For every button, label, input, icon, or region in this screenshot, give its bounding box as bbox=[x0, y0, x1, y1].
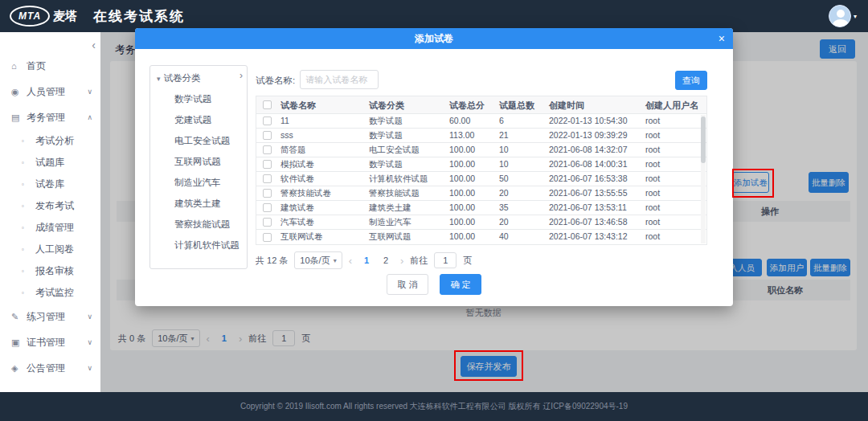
close-icon[interactable]: × bbox=[719, 28, 725, 49]
tree-item[interactable]: 互联网试题 bbox=[150, 151, 247, 172]
cell-name: 软件试卷 bbox=[277, 172, 366, 186]
row-checkbox[interactable] bbox=[263, 174, 272, 183]
prev-page-icon[interactable]: ‹ bbox=[349, 255, 352, 267]
tree-item[interactable]: 计算机软件试题 bbox=[150, 235, 247, 255]
sidebar-item-exam-admin[interactable]: ▤考务管理∧ bbox=[0, 104, 100, 130]
paper-name-input[interactable] bbox=[300, 70, 379, 89]
brand-logo[interactable]: MTA 麦塔 bbox=[10, 6, 77, 27]
cancel-button[interactable]: 取 消 bbox=[387, 274, 428, 295]
home-icon: ⌂ bbox=[11, 61, 23, 71]
page-button-2[interactable]: 2 bbox=[378, 252, 394, 268]
menu-label: 证书管理 bbox=[27, 336, 65, 349]
sidebar-item-personnel[interactable]: ◉人员管理∨ bbox=[0, 79, 100, 104]
paper-bank-icon: ▫ bbox=[22, 181, 32, 188]
menu-label: 考务管理 bbox=[27, 111, 65, 125]
tree-collapse-handle-icon[interactable]: › bbox=[240, 70, 243, 81]
cell-creator: root bbox=[642, 172, 706, 186]
menu-label: 人员管理 bbox=[27, 85, 65, 99]
sidebar-item-score-mgmt[interactable]: ▫成绩管理 bbox=[0, 217, 100, 239]
cell-count: 6 bbox=[496, 114, 546, 128]
chevron-down-icon: ▾ bbox=[854, 13, 857, 20]
row-checkbox[interactable] bbox=[263, 160, 272, 169]
category-tree-list: 数学试题党建试题电工安全试题互联网试题制造业汽车建筑类土建警察技能试题计算机软件… bbox=[150, 88, 247, 255]
cell-name: 建筑试卷 bbox=[277, 201, 366, 215]
checkbox-cell bbox=[256, 186, 277, 200]
cell-count: 21 bbox=[496, 129, 546, 142]
sidebar-item-exam-monitor[interactable]: ▫考试监控 bbox=[0, 282, 100, 304]
manual-marking-icon: ▫ bbox=[22, 246, 32, 253]
sidebar-item-certificate[interactable]: ▣证书管理∨ bbox=[0, 329, 100, 355]
menu-label: 试卷库 bbox=[35, 178, 64, 191]
exam-monitor-icon: ▫ bbox=[22, 289, 32, 296]
sidebar-item-question-bank[interactable]: ▫试题库 bbox=[0, 152, 100, 174]
cell-category: 警察技能试题 bbox=[366, 186, 446, 200]
table-row: 建筑试卷建筑类土建100.00352021-06-07 13:53:11root bbox=[256, 201, 706, 215]
sidebar-item-paper-bank[interactable]: ▫试卷库 bbox=[0, 174, 100, 195]
checkbox-cell bbox=[256, 114, 277, 128]
row-checkbox[interactable] bbox=[263, 233, 272, 242]
sidebar-item-announcement[interactable]: ◈公告管理∨ bbox=[0, 355, 100, 381]
table-scrollbar[interactable] bbox=[701, 115, 706, 243]
logo-cn-text: 麦塔 bbox=[53, 9, 77, 24]
category-tree-root[interactable]: ▾ 试卷分类 bbox=[150, 66, 247, 88]
tree-item[interactable]: 建筑类土建 bbox=[150, 193, 247, 214]
scrollbar-thumb[interactable] bbox=[701, 116, 706, 163]
cell-name: 11 bbox=[277, 114, 366, 128]
next-page-icon[interactable]: › bbox=[400, 255, 403, 267]
cell-score: 100.00 bbox=[446, 201, 496, 215]
sidebar-item-home[interactable]: ⌂首页 bbox=[0, 53, 100, 79]
sidebar-item-practice[interactable]: ✎练习管理∨ bbox=[0, 304, 100, 329]
cell-score: 113.00 bbox=[446, 129, 496, 142]
user-avatar[interactable]: ▾ bbox=[829, 5, 857, 27]
row-checkbox[interactable] bbox=[263, 116, 272, 125]
cell-score: 60.00 bbox=[446, 114, 496, 128]
cell-score: 100.00 bbox=[446, 215, 496, 229]
tree-item[interactable]: 电工安全试题 bbox=[150, 130, 247, 151]
certificate-icon: ▣ bbox=[11, 337, 23, 348]
cell-category: 电工安全试题 bbox=[366, 143, 446, 157]
cell-name: 汽车试卷 bbox=[277, 215, 366, 229]
page-suffix: 页 bbox=[463, 255, 472, 267]
column-header: 试卷名称 bbox=[277, 96, 366, 113]
chevron-down-icon: ∨ bbox=[87, 88, 92, 96]
sidebar-collapse-icon[interactable]: ‹ bbox=[92, 39, 96, 51]
cell-count: 10 bbox=[496, 157, 546, 171]
cell-score: 100.00 bbox=[446, 186, 496, 200]
cell-created: 2021-06-07 13:53:11 bbox=[546, 201, 642, 215]
cell-count: 50 bbox=[496, 172, 546, 186]
footer-bar: Copyright © 2019 Ilisoft.com All rights … bbox=[0, 392, 868, 421]
sidebar-item-manual-marking[interactable]: ▫人工阅卷 bbox=[0, 239, 100, 260]
cell-score: 100.00 bbox=[446, 172, 496, 186]
tree-item[interactable]: 数学试题 bbox=[150, 88, 247, 109]
row-checkbox[interactable] bbox=[263, 189, 272, 198]
tree-item[interactable]: 党建试题 bbox=[150, 109, 247, 130]
announcement-icon: ◈ bbox=[11, 363, 23, 374]
checkbox-cell bbox=[256, 201, 277, 215]
cell-creator: root bbox=[642, 114, 706, 128]
row-checkbox[interactable] bbox=[263, 131, 272, 140]
cell-created: 2021-06-07 13:43:12 bbox=[546, 230, 642, 244]
modal-footer: 取 消 确 定 bbox=[135, 274, 733, 295]
cell-score: 100.00 bbox=[446, 143, 496, 157]
cell-count: 35 bbox=[496, 201, 546, 215]
tree-item[interactable]: 警察技能试题 bbox=[150, 214, 247, 235]
sidebar-item-publish-exam[interactable]: ▫发布考试 bbox=[0, 195, 100, 217]
mta-logo-icon: MTA bbox=[10, 6, 50, 27]
sidebar-item-exam-analysis[interactable]: ▫考试分析 bbox=[0, 130, 100, 152]
query-button[interactable]: 查询 bbox=[675, 71, 707, 90]
table-row: 警察技能试卷警察技能试题100.00202021-06-07 13:55:55r… bbox=[256, 186, 706, 201]
menu-label: 发布考试 bbox=[35, 199, 74, 213]
sidebar-item-registration-review[interactable]: ▫报名审核 bbox=[0, 260, 100, 282]
page-title: 在线考试系统 bbox=[93, 7, 185, 26]
page-button-1[interactable]: 1 bbox=[358, 252, 375, 268]
cell-count: 10 bbox=[496, 143, 546, 157]
column-header: 试卷总分 bbox=[446, 96, 496, 113]
page-size-select[interactable]: 10条/页 ▾ bbox=[294, 251, 342, 269]
goto-page-input[interactable] bbox=[434, 252, 457, 268]
row-checkbox[interactable] bbox=[263, 145, 272, 154]
row-checkbox[interactable] bbox=[263, 203, 272, 212]
tree-item[interactable]: 制造业汽车 bbox=[150, 172, 247, 193]
select-all-checkbox[interactable] bbox=[263, 100, 272, 109]
confirm-button[interactable]: 确 定 bbox=[440, 274, 481, 295]
row-checkbox[interactable] bbox=[263, 218, 272, 227]
